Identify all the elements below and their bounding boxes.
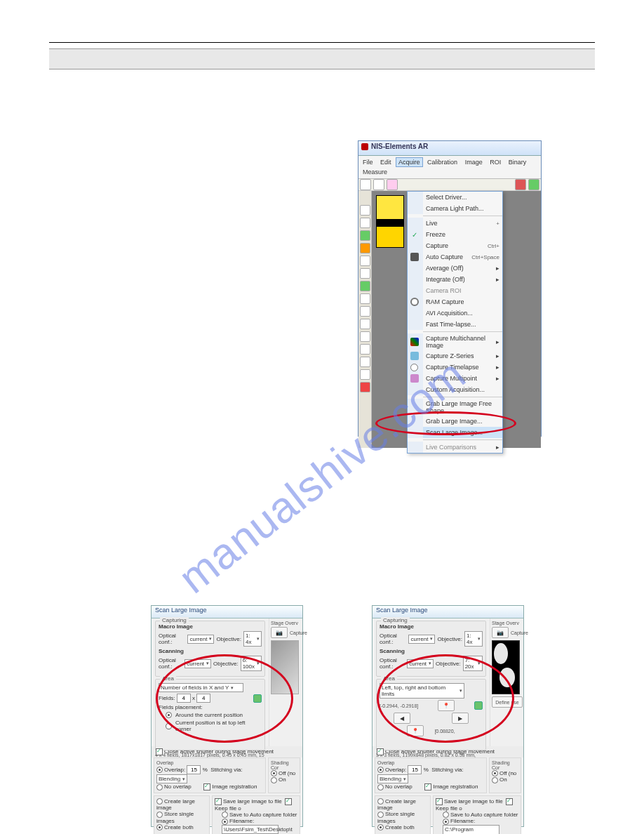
right-btn[interactable]: ▶ bbox=[452, 713, 469, 724]
chk-img-reg[interactable] bbox=[424, 783, 431, 790]
scan-obj-select[interactable]: 6: 100x▾ bbox=[241, 656, 262, 671]
radio-around[interactable] bbox=[166, 712, 172, 718]
radio-no-overlap[interactable] bbox=[156, 784, 163, 790]
top-btn[interactable]: 📍 bbox=[438, 700, 455, 711]
toolbar-btn[interactable] bbox=[528, 179, 539, 190]
preview-button[interactable] bbox=[253, 694, 262, 703]
radio-save-auto[interactable] bbox=[443, 812, 449, 818]
sidebar-icon[interactable] bbox=[360, 293, 370, 304]
macro-optconf-select[interactable]: current▾ bbox=[408, 635, 435, 644]
sidebar-icon[interactable] bbox=[360, 331, 370, 342]
chk-keep-file[interactable] bbox=[285, 798, 292, 805]
menu-calibration[interactable]: Calibration bbox=[424, 157, 460, 167]
sidebar-icon[interactable] bbox=[360, 256, 370, 266]
mi-integrate[interactable]: Integrate (Off)▸ bbox=[408, 274, 502, 285]
mi-cap-timelapse[interactable]: Capture Timelapse▸ bbox=[408, 362, 502, 373]
sidebar-icon[interactable] bbox=[360, 281, 370, 291]
mi-camera-light-path[interactable]: Camera Light Path... bbox=[408, 203, 502, 214]
mi-auto-capture[interactable]: Auto CaptureCtrl+Space bbox=[408, 251, 502, 263]
define-use-btn[interactable]: Define use bbox=[492, 696, 523, 708]
radio-create-both[interactable] bbox=[156, 824, 163, 830]
macro-optconf-select[interactable]: current▾ bbox=[187, 635, 214, 644]
mi-custom-acq[interactable]: Custom Acquisition... bbox=[408, 384, 502, 395]
chk-save-large[interactable] bbox=[436, 798, 443, 805]
fields-y-input[interactable] bbox=[196, 694, 210, 703]
toolbar-btn[interactable] bbox=[387, 179, 398, 190]
radio-overlap[interactable] bbox=[377, 767, 384, 773]
mi-capture[interactable]: CaptureCtrl+ bbox=[408, 240, 502, 251]
sidebar-icon[interactable] bbox=[360, 243, 370, 253]
sidebar-icon[interactable] bbox=[360, 319, 370, 329]
menu-file[interactable]: File bbox=[360, 157, 376, 167]
chk-shutter[interactable] bbox=[156, 748, 163, 755]
area-mode-select[interactable]: Left, top, right and bottom limits▾ bbox=[380, 683, 464, 699]
radio-create-large[interactable] bbox=[156, 798, 163, 805]
menu-image[interactable]: Image bbox=[462, 157, 485, 167]
mi-grab-li[interactable]: Grab Large Image... bbox=[408, 416, 502, 427]
area-mode-select[interactable]: Number of fields in X and Y▾ bbox=[159, 683, 243, 692]
stitching-select[interactable]: Blending▾ bbox=[156, 774, 187, 783]
stitching-select[interactable]: Blending▾ bbox=[377, 774, 408, 783]
macro-obj-select[interactable]: 1: 4x▾ bbox=[243, 631, 262, 647]
sidebar-icon[interactable] bbox=[360, 382, 370, 392]
capture-btn[interactable]: 📷 bbox=[271, 627, 288, 638]
preview-button[interactable] bbox=[474, 701, 483, 710]
radio-filename[interactable] bbox=[222, 819, 228, 825]
sidebar-icon[interactable] bbox=[360, 218, 370, 228]
mi-ram-capture[interactable]: RAM Capture bbox=[408, 296, 502, 307]
menu-acquire[interactable]: Acquire bbox=[396, 157, 423, 167]
macro-obj-select[interactable]: 1: 4x▾ bbox=[464, 631, 483, 647]
radio-no-overlap[interactable] bbox=[377, 784, 384, 790]
sidebar-icon[interactable] bbox=[360, 344, 370, 355]
radio-create-both[interactable] bbox=[377, 824, 384, 830]
mi-cap-multichannel[interactable]: Capture Multichannel Image▸ bbox=[408, 333, 502, 350]
radio-shading-off[interactable] bbox=[271, 770, 277, 776]
acquire-menu[interactable]: Select Driver... Camera Light Path... Li… bbox=[407, 191, 503, 454]
radio-create-large[interactable] bbox=[377, 798, 384, 805]
sidebar-icon[interactable] bbox=[360, 357, 370, 367]
mi-cap-zseries[interactable]: Capture Z-Series▸ bbox=[408, 350, 502, 362]
radio-shading-off[interactable] bbox=[492, 770, 498, 776]
overlap-pct-input[interactable] bbox=[408, 765, 422, 774]
scan-optconf-select[interactable]: current▾ bbox=[407, 659, 434, 668]
menubar[interactable]: File Edit Acquire Calibration Image ROI … bbox=[358, 156, 541, 179]
radio-topleft[interactable] bbox=[166, 723, 172, 729]
toolbar-btn[interactable] bbox=[373, 179, 384, 190]
mi-cap-multipoint[interactable]: Capture Multipoint▸ bbox=[408, 373, 502, 384]
sidebar-icon[interactable] bbox=[360, 230, 370, 241]
menu-binary[interactable]: Binary bbox=[506, 157, 530, 167]
scan-obj-select[interactable]: 7: 20x▾ bbox=[463, 656, 483, 671]
left-btn[interactable]: ◀ bbox=[394, 713, 410, 724]
sidebar-icon[interactable] bbox=[360, 268, 370, 279]
mi-live[interactable]: Live+ bbox=[408, 218, 502, 229]
radio-filename[interactable] bbox=[443, 819, 449, 825]
sidebar-icon[interactable] bbox=[360, 369, 370, 380]
radio-save-auto[interactable] bbox=[222, 812, 228, 818]
sidebar-icon[interactable] bbox=[360, 205, 370, 216]
overlap-pct-input[interactable] bbox=[187, 765, 201, 774]
sidebar-icon[interactable] bbox=[360, 306, 370, 317]
radio-overlap[interactable] bbox=[156, 767, 163, 773]
radio-store-single[interactable] bbox=[377, 812, 384, 818]
menu-edit[interactable]: Edit bbox=[377, 157, 394, 167]
capture-btn[interactable]: 📷 bbox=[492, 627, 509, 638]
mi-average[interactable]: Average (Off)▸ bbox=[408, 263, 502, 274]
radio-shading-on[interactable] bbox=[271, 777, 277, 783]
toolbar-btn[interactable] bbox=[515, 179, 526, 190]
radio-store-single[interactable] bbox=[156, 812, 163, 818]
chk-save-large[interactable] bbox=[215, 798, 222, 805]
menu-measure[interactable]: Measure bbox=[360, 167, 390, 177]
chk-shutter[interactable] bbox=[377, 748, 384, 755]
mi-grab-free[interactable]: Grab Large Image Free Shape... bbox=[408, 399, 502, 416]
scan-optconf-select[interactable]: current▾ bbox=[185, 659, 211, 668]
filename-input[interactable]: \Users\Fsim_Test\Desktop\t bbox=[222, 825, 279, 834]
mi-avi[interactable]: AVI Acquisition... bbox=[408, 307, 502, 319]
mi-freeze[interactable]: ✓Freeze bbox=[408, 229, 502, 240]
mi-fast-tl[interactable]: Fast Time-lapse... bbox=[408, 319, 502, 330]
chk-img-reg[interactable] bbox=[203, 783, 210, 790]
toolbar-btn[interactable] bbox=[360, 179, 371, 190]
chk-keep-file[interactable] bbox=[506, 798, 513, 805]
mi-scan-li[interactable]: Scan Large Image... bbox=[408, 427, 502, 438]
filename-input[interactable]: C:\Program Files\NIS-Eleme bbox=[443, 825, 499, 834]
radio-shading-on[interactable] bbox=[492, 777, 498, 783]
